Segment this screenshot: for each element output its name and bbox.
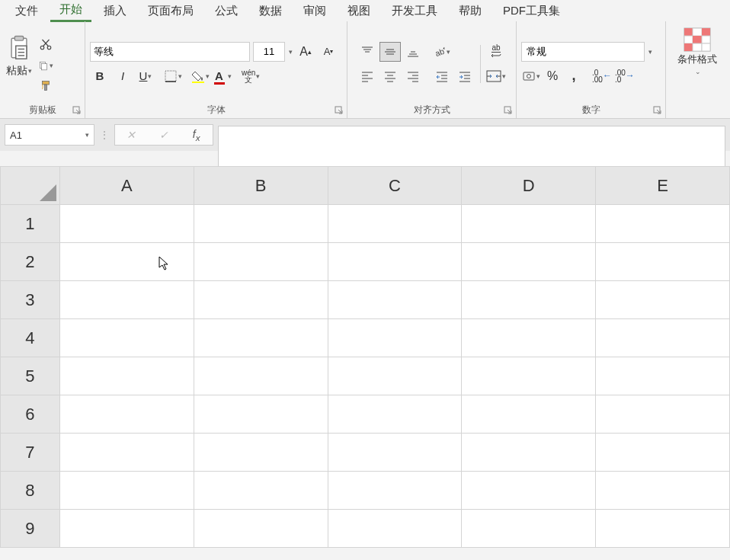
cell[interactable] [596, 243, 730, 281]
align-bottom-button[interactable] [402, 42, 424, 62]
cell[interactable] [462, 205, 596, 243]
cell[interactable] [59, 434, 194, 472]
chevron-down-icon[interactable]: ▾ [85, 131, 89, 139]
wrap-text-button[interactable]: ab [485, 42, 507, 62]
currency-button[interactable]: ▾ [521, 66, 541, 86]
row-header[interactable]: 6 [1, 395, 60, 434]
menu-insert[interactable]: 插入 [94, 1, 136, 21]
bold-button[interactable]: B [90, 66, 110, 86]
cell[interactable] [328, 205, 462, 243]
cell[interactable] [59, 472, 194, 510]
row-header[interactable]: 2 [1, 243, 60, 281]
menu-pdf-tools[interactable]: PDF工具集 [494, 1, 569, 21]
menu-page-layout[interactable]: 页面布局 [139, 1, 203, 21]
cell[interactable] [194, 281, 328, 319]
cell[interactable] [59, 395, 194, 434]
row-header[interactable]: 7 [1, 434, 60, 472]
select-all-corner[interactable] [1, 167, 60, 205]
number-format-select[interactable] [521, 42, 645, 62]
copy-button[interactable]: ▾ [38, 58, 53, 73]
chevron-down-icon[interactable]: ▾ [648, 48, 652, 56]
cell[interactable] [194, 357, 328, 395]
menu-help[interactable]: 帮助 [450, 1, 491, 21]
cell[interactable] [462, 434, 596, 472]
cell[interactable] [59, 319, 194, 357]
cell[interactable] [194, 510, 328, 548]
alignment-launcher[interactable] [504, 106, 513, 115]
cut-button[interactable] [38, 37, 53, 52]
formula-input[interactable] [218, 126, 725, 167]
fx-button[interactable]: fx [187, 128, 206, 142]
row-header[interactable]: 8 [1, 472, 60, 510]
percent-button[interactable]: % [543, 66, 562, 86]
cell[interactable] [462, 357, 596, 395]
decrease-indent-button[interactable] [431, 66, 453, 86]
font-color-button[interactable]: A ▾ [213, 66, 233, 86]
cell[interactable] [328, 319, 462, 357]
font-launcher[interactable] [335, 106, 344, 115]
cell[interactable] [194, 205, 328, 243]
increase-font-button[interactable]: A▴ [296, 42, 315, 62]
cell[interactable] [596, 281, 730, 319]
menu-data[interactable]: 数据 [250, 1, 291, 21]
cell[interactable] [59, 205, 194, 243]
increase-indent-button[interactable] [454, 66, 475, 86]
menu-developer[interactable]: 开发工具 [383, 1, 447, 21]
align-top-button[interactable] [357, 42, 378, 62]
column-header[interactable]: B [194, 167, 328, 205]
cell[interactable] [328, 434, 462, 472]
cell[interactable] [596, 510, 730, 548]
cell[interactable] [328, 357, 462, 395]
align-right-button[interactable] [402, 66, 424, 86]
phonetic-guide-button[interactable]: wén文 ▾ [241, 66, 261, 86]
cell[interactable] [194, 319, 328, 357]
cell[interactable] [462, 243, 596, 281]
cell[interactable] [59, 357, 194, 395]
menu-review[interactable]: 审阅 [294, 1, 335, 21]
cell[interactable] [596, 434, 730, 472]
menu-formulas[interactable]: 公式 [206, 1, 247, 21]
cell[interactable] [194, 243, 328, 281]
orientation-button[interactable]: ab▾ [431, 42, 453, 62]
cell[interactable] [462, 395, 596, 434]
align-left-button[interactable] [357, 66, 378, 86]
cell[interactable] [462, 472, 596, 510]
cell[interactable] [59, 281, 194, 319]
cell[interactable] [59, 243, 194, 281]
borders-button[interactable]: ▾ [163, 66, 183, 86]
row-header[interactable]: 3 [1, 281, 60, 319]
menu-file[interactable]: 文件 [6, 1, 47, 21]
font-size-select[interactable] [253, 42, 285, 62]
decrease-decimal-button[interactable]: .00.0→ [614, 66, 636, 86]
row-header[interactable]: 1 [1, 205, 60, 243]
underline-button[interactable]: U▾ [136, 66, 155, 86]
cell[interactable] [328, 510, 462, 548]
accept-formula-button[interactable]: ✓ [155, 129, 173, 141]
menu-home[interactable]: 开始 [50, 0, 91, 22]
italic-button[interactable]: I [113, 66, 133, 86]
cell[interactable] [462, 281, 596, 319]
cancel-formula-button[interactable]: ✕ [122, 129, 140, 141]
cell[interactable] [596, 395, 730, 434]
fill-color-button[interactable]: ▾ [191, 66, 210, 86]
merge-center-button[interactable]: ▾ [485, 66, 507, 86]
cell[interactable] [596, 319, 730, 357]
cell[interactable] [328, 281, 462, 319]
cell[interactable] [328, 472, 462, 510]
column-header[interactable]: C [328, 167, 462, 205]
menu-view[interactable]: 视图 [338, 1, 379, 21]
cell[interactable] [596, 205, 730, 243]
font-name-select[interactable] [90, 42, 250, 62]
increase-decimal-button[interactable]: .0.00← [591, 66, 613, 86]
row-header[interactable]: 4 [1, 319, 60, 357]
column-header[interactable]: A [59, 167, 194, 205]
chevron-down-icon[interactable]: ▾ [289, 48, 293, 56]
cell[interactable] [194, 395, 328, 434]
cell[interactable] [328, 395, 462, 434]
cell[interactable] [194, 472, 328, 510]
format-painter-button[interactable] [38, 79, 53, 94]
cell[interactable] [194, 434, 328, 472]
cell[interactable] [328, 243, 462, 281]
paste-button[interactable]: 粘贴▾ [5, 34, 34, 78]
cell[interactable] [462, 319, 596, 357]
